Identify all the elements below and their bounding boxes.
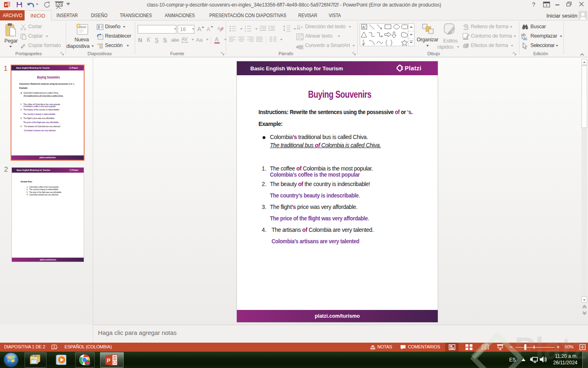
svg-text:P: P xyxy=(5,3,7,7)
svg-text:Platzi: Platzi xyxy=(72,169,78,171)
svg-text:A: A xyxy=(301,25,303,29)
svg-text:P: P xyxy=(107,357,111,364)
svg-text:3: 3 xyxy=(245,30,246,32)
svg-text:Platzi: Platzi xyxy=(514,331,588,366)
svg-text:ac: ac xyxy=(523,36,528,40)
svg-text:Platzi: Platzi xyxy=(405,65,421,72)
svg-text:Platzi: Platzi xyxy=(72,67,78,69)
